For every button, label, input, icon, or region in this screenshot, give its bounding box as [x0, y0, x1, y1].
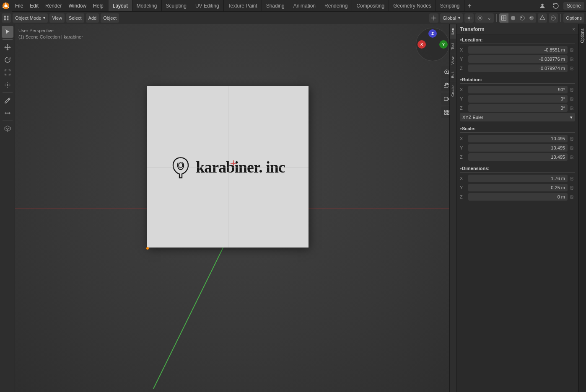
rotation-x-input[interactable] [468, 86, 568, 93]
rot-z-lock[interactable]: ⛓ [568, 106, 575, 111]
location-section-header[interactable]: ▾ Location: [460, 36, 575, 44]
scale-fields: X ⛓ Y ⛓ Z ⛓ [460, 134, 575, 161]
panel-header: Transform × [456, 24, 578, 34]
object-plane[interactable]: karabiner. inc [147, 86, 309, 248]
tab-shading[interactable]: Shading [262, 0, 289, 11]
add-workspace-button[interactable]: + [464, 0, 475, 11]
navigation-gizmo[interactable]: Z X Y [416, 28, 449, 61]
loc-x-lock[interactable]: ⛓ [568, 48, 575, 52]
location-x-input[interactable] [468, 46, 568, 54]
measure-tool-btn[interactable] [2, 107, 13, 119]
menu-window[interactable]: Window [65, 0, 90, 11]
svg-rect-6 [4, 15, 6, 17]
transform-tool-btn[interactable] [2, 79, 13, 91]
blender-logo[interactable] [0, 0, 12, 12]
gizmo-x-axis[interactable]: X [417, 40, 426, 49]
tab-rendering[interactable]: Rendering [320, 0, 352, 11]
svg-rect-33 [447, 113, 449, 114]
n-tab-view[interactable]: View [450, 53, 456, 68]
transform-orientation-dropdown[interactable]: Global [440, 13, 463, 23]
loc-z-lock[interactable]: ⛓ [568, 66, 575, 71]
rot-x-lock[interactable]: ⛓ [568, 88, 575, 92]
solid-view-toggle[interactable] [508, 13, 518, 23]
menu-help[interactable]: Help [90, 0, 107, 11]
dim-z-input[interactable] [468, 193, 568, 201]
n-tab-tool[interactable]: Tool [450, 39, 456, 53]
scale-z-input[interactable] [468, 153, 568, 161]
proportional-falloff-icon[interactable]: ⌄ [485, 13, 494, 23]
panel-collapse-btn[interactable]: × [572, 26, 575, 32]
rotation-section-header[interactable]: ▾ Rotation: [460, 76, 575, 84]
location-z-input[interactable] [468, 64, 568, 72]
svg-point-17 [478, 15, 482, 20]
object-menu[interactable]: Object [101, 13, 119, 23]
add-cube-btn[interactable] [2, 123, 13, 134]
tab-geometry-nodes[interactable]: Geometry Nodes [389, 0, 436, 11]
sync-icon[interactable] [550, 2, 562, 10]
rot-y-lock[interactable]: ⛓ [568, 97, 575, 101]
viewport[interactable]: User Perspective (1) Scene Collection | … [15, 24, 456, 392]
loc-y-lock[interactable]: ⛓ [568, 57, 575, 62]
gizmo-y-axis[interactable]: Y [439, 40, 448, 49]
mode-icon[interactable] [2, 13, 11, 23]
location-y-input[interactable] [468, 55, 568, 63]
scale-z-lock[interactable]: ⛓ [568, 155, 575, 160]
tab-uv-editing[interactable]: UV Editing [191, 0, 224, 11]
options-btn[interactable]: Options [563, 13, 584, 23]
n-tab-edit[interactable]: Edit [450, 68, 456, 82]
dim-x-lock[interactable]: ⛓ [568, 176, 575, 181]
dimensions-section-header[interactable]: ▾ Dimensions: [460, 165, 575, 173]
dim-x-input[interactable] [468, 175, 568, 182]
object-mode-dropdown[interactable]: Object Mode [13, 13, 48, 23]
wireframe-toggle[interactable] [499, 13, 508, 23]
snap-icon[interactable] [464, 13, 474, 23]
scale-tool-btn[interactable] [2, 67, 13, 78]
n-tab-create[interactable]: Create [450, 82, 456, 100]
tab-texture-paint[interactable]: Texture Paint [224, 0, 262, 11]
scale-section-header[interactable]: ▾ Scale: [460, 125, 575, 133]
proportional-edit-icon[interactable] [475, 13, 485, 23]
select-tool-btn[interactable] [2, 26, 13, 38]
select-menu[interactable]: Select [66, 13, 84, 23]
rotation-z-input[interactable] [468, 104, 568, 112]
scale-y-input[interactable] [468, 144, 568, 152]
tab-animation[interactable]: Animation [289, 0, 320, 11]
viewport-collection-label: (1) Scene Collection | karabiner [18, 34, 83, 40]
annotate-tool-btn[interactable] [2, 95, 13, 106]
user-icon[interactable] [537, 2, 548, 10]
dim-y-lock[interactable]: ⛓ [568, 186, 575, 190]
scene-name[interactable]: Scene [563, 2, 584, 10]
svg-point-27 [7, 85, 8, 86]
tab-modeling[interactable]: Modeling [132, 0, 162, 11]
svg-rect-30 [445, 110, 446, 112]
scale-x-lock[interactable]: ⛓ [568, 137, 575, 141]
rotate-tool-btn[interactable] [2, 54, 13, 66]
tab-compositing[interactable]: Compositing [352, 0, 389, 11]
rendered-view-toggle[interactable] [527, 13, 536, 23]
tab-layout[interactable]: Layout [109, 0, 132, 11]
location-label: Location: [462, 37, 575, 42]
gizmo-z-axis[interactable]: Z [428, 29, 437, 38]
rotation-mode-dropdown[interactable]: XYZ Euler ▾ [460, 113, 575, 121]
dim-z-lock[interactable]: ⛓ [568, 195, 575, 199]
viewport-content[interactable]: karabiner. inc [15, 24, 456, 392]
svg-point-26 [551, 15, 556, 20]
material-view-toggle[interactable] [518, 13, 527, 23]
view-menu[interactable]: View [49, 13, 65, 23]
options-strip-label[interactable]: Options [579, 26, 586, 45]
tab-scripting[interactable]: Scripting [436, 0, 464, 11]
move-tool-btn[interactable] [2, 41, 13, 53]
scale-y-lock[interactable]: ⛓ [568, 146, 575, 150]
scale-x-input[interactable] [468, 135, 568, 142]
menu-file[interactable]: File [12, 0, 26, 11]
menu-edit[interactable]: Edit [26, 0, 42, 11]
add-menu[interactable]: Add [86, 13, 99, 23]
transform-pivot-icon[interactable] [429, 13, 438, 23]
menu-render[interactable]: Render [42, 0, 65, 11]
dim-y-input[interactable] [468, 184, 568, 191]
rotation-y-input[interactable] [468, 95, 568, 103]
viewport-overlay-icon[interactable] [549, 13, 558, 23]
tab-sculpting[interactable]: Sculpting [162, 0, 191, 11]
n-tab-item[interactable]: Item [450, 24, 456, 39]
viewport-shading-icon[interactable] [538, 13, 547, 23]
